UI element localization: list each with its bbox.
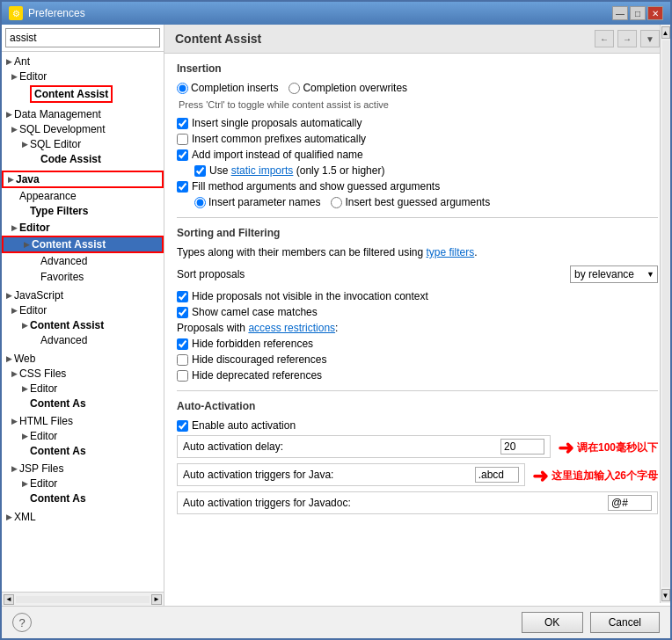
tree-row-xml[interactable]: ▶ XML: [2, 510, 164, 524]
nav-back-button[interactable]: ←: [595, 30, 614, 47]
tree-label-html: HTML Files: [19, 415, 73, 427]
checkbox-enable-auto-input[interactable]: [177, 420, 188, 432]
tree-row-js-editor[interactable]: ▶ Editor: [2, 303, 164, 317]
access-restrictions-link[interactable]: access restrictions: [248, 322, 335, 334]
tree-row-jsp[interactable]: ▶ JSP Files: [2, 462, 164, 476]
tree-row-typefilters[interactable]: Type Filters: [2, 204, 164, 218]
help-button[interactable]: ?: [12, 613, 32, 632]
tree-row-sqldev[interactable]: ▶ SQL Development: [2, 122, 164, 136]
sort-select[interactable]: by relevance alphabetically: [570, 265, 658, 283]
title-bar-left: ⚙ Preferences: [9, 6, 85, 20]
toggle-html: ▶: [9, 416, 19, 426]
scroll-right-btn[interactable]: ►: [151, 594, 162, 605]
tree-row-java[interactable]: ▶ Java: [2, 171, 164, 188]
checkbox-hide-discouraged-input[interactable]: [177, 354, 188, 366]
radio-completion-overwrites-input[interactable]: [289, 83, 300, 94]
radio-completion-inserts-input[interactable]: [177, 83, 188, 94]
tree-row-ant-editor[interactable]: ▶ Editor: [2, 69, 164, 84]
panel-body: Insertion Completion inserts Completion …: [164, 54, 670, 606]
close-button[interactable]: ✕: [647, 6, 663, 20]
tree-row-js-advanced[interactable]: Advanced: [2, 333, 164, 347]
tree-row-css-editor[interactable]: ▶ Editor: [2, 382, 164, 396]
minimize-button[interactable]: —: [612, 6, 628, 20]
title-bar-buttons: — □ ✕: [612, 6, 663, 20]
checkbox-insert-common-input[interactable]: [177, 134, 188, 145]
tree-label-css-editor: Editor: [30, 382, 57, 395]
scroll-left-btn[interactable]: ◄: [4, 594, 14, 605]
main-content: ▶ Ant ▶ Editor Content Assist: [2, 25, 670, 606]
dialog-buttons: OK Cancel: [522, 612, 660, 633]
tree-row-css-content[interactable]: Content As: [2, 396, 164, 411]
delay-row: Auto activation delay: ➜ 调在100毫秒以下: [177, 435, 658, 461]
tree-row-js-content[interactable]: ▶ Content Assist: [2, 318, 164, 332]
restore-button[interactable]: □: [630, 6, 646, 20]
scroll-up-btn[interactable]: ▲: [661, 26, 670, 39]
search-input[interactable]: [5, 28, 160, 47]
checkbox-add-import-input[interactable]: [177, 149, 188, 161]
radio-insert-param-input[interactable]: [194, 197, 206, 208]
tree-row-datamgmt[interactable]: ▶ Data Management: [2, 107, 164, 121]
checkbox-add-import: Add import instead of qualified name: [177, 149, 658, 161]
checkbox-static-imports-input[interactable]: [194, 165, 206, 177]
tree-row-ant-content[interactable]: Content Assist: [2, 84, 164, 104]
tree-label-xml: XML: [14, 511, 36, 523]
tree-row-ant[interactable]: ▶ Ant: [2, 55, 164, 69]
list-item: Type Filters: [2, 203, 164, 219]
tree-row-jsp-editor[interactable]: ▶ Editor: [2, 476, 164, 491]
tree-row-sqleditor[interactable]: ▶ SQL Editor: [2, 137, 164, 151]
triggers-arrow-icon: ➜: [532, 465, 548, 488]
tree-row-jsp-content[interactable]: Content As: [2, 491, 164, 505]
checkbox-hide-not-visible: Hide proposals not visible in the invoca…: [177, 290, 658, 302]
list-item: Favorites: [2, 269, 164, 285]
tree-row-appearance[interactable]: Appearance: [2, 189, 164, 203]
list-item: ▶ JSP Files ▶ Editor Content As: [2, 461, 164, 508]
ok-button[interactable]: OK: [522, 612, 583, 633]
static-imports-link[interactable]: static imports: [231, 164, 294, 177]
tree-label-sqleditor: SQL Editor: [30, 138, 81, 150]
tree-row-html-editor[interactable]: ▶ Editor: [2, 429, 164, 443]
tree-label-css: CSS Files: [19, 367, 66, 380]
checkbox-insert-single-input[interactable]: [177, 118, 188, 129]
list-item: ▶ Web ▶ CSS Files ▶ Editor: [2, 351, 164, 509]
tree-label-web: Web: [14, 353, 35, 365]
checkbox-hide-discouraged: Hide discouraged references: [177, 353, 658, 366]
cancel-button[interactable]: Cancel: [590, 612, 660, 633]
toggle-xml: ▶: [4, 512, 14, 522]
checkbox-hide-not-visible-input[interactable]: [177, 291, 188, 302]
radio-completion-inserts-label: Completion inserts: [191, 82, 278, 94]
toggle-css-editor: ▶: [19, 383, 30, 394]
triggers-java-input[interactable]: [475, 467, 519, 483]
delay-label: Auto activation delay:: [183, 440, 500, 453]
tree-row-advanced[interactable]: Advanced: [2, 254, 164, 268]
type-filters-link[interactable]: type filters: [426, 246, 474, 258]
checkbox-fill-method-input[interactable]: [177, 181, 188, 193]
tree-row-codeassist[interactable]: Code Assist: [2, 152, 164, 166]
delay-input[interactable]: [500, 439, 544, 455]
tree-label-ant: Ant: [14, 55, 30, 68]
tree-row-javascript[interactable]: ▶ JavaScript: [2, 288, 164, 302]
tree-row-css[interactable]: ▶ CSS Files: [2, 367, 164, 381]
radio-completion-overwrites-label: Completion overwrites: [303, 82, 407, 94]
checkbox-hide-deprecated-input[interactable]: [177, 370, 188, 382]
list-item: Advanced: [2, 253, 164, 269]
title-bar: ⚙ Preferences — □ ✕: [2, 2, 670, 25]
checkbox-hide-forbidden-input[interactable]: [177, 338, 188, 350]
tree-row-java-editor[interactable]: ▶ Editor: [2, 221, 164, 235]
scroll-down-btn[interactable]: ▼: [661, 589, 670, 601]
tree-row-html-content[interactable]: Content As: [2, 444, 164, 458]
right-panel: Content Assist ← → ▼ Insertion Completio…: [164, 25, 670, 606]
nav-forward-button[interactable]: →: [617, 30, 637, 47]
triggers-javadoc-input[interactable]: [608, 495, 652, 511]
list-item: ▶ CSS Files ▶ Editor Content As: [2, 366, 164, 413]
tree-row-web[interactable]: ▶ Web: [2, 352, 164, 366]
tree-view: ▶ Ant ▶ Editor Content Assist: [2, 52, 164, 592]
tree-label-css-content: Content As: [30, 397, 86, 410]
tree-row-html[interactable]: ▶ HTML Files: [2, 414, 164, 428]
radio-best-guessed-input[interactable]: [331, 197, 342, 208]
tree-label-appearance: Appearance: [19, 190, 77, 202]
nav-menu-button[interactable]: ▼: [640, 30, 660, 47]
tree-row-content-assist[interactable]: ▶ Content Assist: [2, 236, 164, 253]
checkbox-show-camel-input[interactable]: [177, 307, 188, 318]
tree-row-favorites[interactable]: Favorites: [2, 270, 164, 284]
sort-label: Sort proposals: [177, 268, 245, 280]
